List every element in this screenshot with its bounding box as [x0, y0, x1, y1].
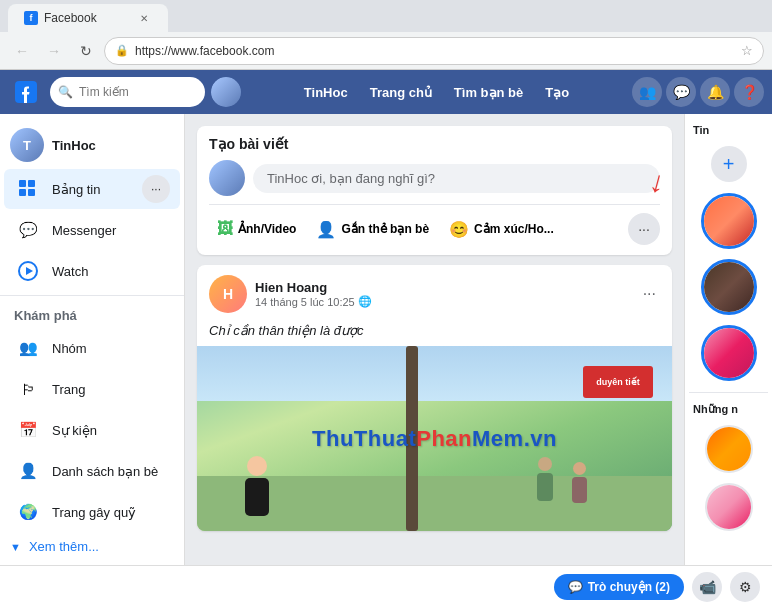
sidebar-item-nhom[interactable]: 👥 Nhóm: [4, 328, 180, 368]
feeling-label: Cảm xúc/Ho...: [474, 222, 554, 236]
browser-chrome: f Facebook ✕ ← → ↻ 🔒 https://www.faceboo…: [0, 0, 772, 70]
post-creator: Tạo bài viết TinHoc ơi, bạn đang nghĩ gì…: [197, 126, 672, 255]
notifications-icon-btn[interactable]: 🔔: [700, 77, 730, 107]
post-time: 14 tháng 5 lúc 10:25 🌐: [255, 295, 631, 308]
nhom-icon: 👥: [14, 334, 42, 362]
post-actions: 🖼 Ảnh/Video 👤 Gắn thẻ bạn bè 😊 Cảm xúc/H…: [209, 209, 660, 245]
sidebar-item-danhsachbanbe[interactable]: 👤 Danh sách bạn bè: [4, 451, 180, 491]
tab-favicon: f: [24, 11, 38, 25]
sidebar-user-avatar: T: [10, 128, 44, 162]
bottom-bar: 💬 Trò chuyện (2) 📹 ⚙: [0, 565, 772, 607]
video-chat-btn[interactable]: 📹: [692, 572, 722, 602]
sidebar-item-bangtinn[interactable]: Bảng tin ···: [4, 169, 180, 209]
sidebar-item-sukien[interactable]: 📅 Sự kiện: [4, 410, 180, 450]
svg-rect-1: [19, 180, 26, 187]
sidebar-messenger-label: Messenger: [52, 223, 116, 238]
post-placeholder[interactable]: TinHoc ơi, bạn đang nghĩ gì?: [253, 164, 660, 193]
search-box[interactable]: 🔍: [50, 77, 205, 107]
fb-nav: TinHoc Trang chủ Tìm bạn bè Tạo: [247, 77, 626, 108]
post-options-btn[interactable]: ···: [639, 281, 660, 307]
fb-logo: [8, 74, 44, 110]
tag-label: Gắn thẻ bạn bè: [341, 222, 429, 236]
photo-icon: 🖼: [217, 220, 233, 238]
story-avatar-2[interactable]: [701, 259, 757, 315]
sidebar-nhom-label: Nhóm: [52, 341, 87, 356]
left-sidebar: T TinHoc Bảng tin ··· 💬 Messenger Watch …: [0, 114, 185, 607]
right-divider: [689, 392, 768, 393]
sidebar-trang-label: Trang: [52, 382, 85, 397]
watermark-phan: Phan: [416, 426, 472, 451]
tag-friends-btn[interactable]: 👤 Gắn thẻ bạn bè: [308, 215, 437, 244]
browser-tab[interactable]: f Facebook ✕: [8, 4, 168, 32]
back-button[interactable]: ←: [8, 37, 36, 65]
sidebar-watch-label: Watch: [52, 264, 88, 279]
chat-label: Trò chuyện (2): [588, 580, 670, 594]
nav-trangchu[interactable]: Trang chủ: [360, 77, 442, 108]
photo-label: Ảnh/Video: [238, 222, 296, 236]
header-icons: 👥 💬 🔔 ❓: [632, 77, 764, 107]
bookmark-icon[interactable]: ☆: [741, 43, 753, 58]
chat-avatar-2[interactable]: [705, 483, 753, 531]
sidebar-see-more-label: Xem thêm...: [29, 539, 99, 554]
search-input[interactable]: [79, 85, 197, 99]
forward-button[interactable]: →: [40, 37, 68, 65]
sidebar-explore-title: Khám phá: [0, 300, 184, 327]
nav-timbanbe[interactable]: Tìm bạn bè: [444, 77, 533, 108]
sidebar-user[interactable]: T TinHoc: [0, 122, 184, 168]
user-profile-nav[interactable]: [211, 77, 241, 107]
fb-header: 🔍 TinHoc Trang chủ Tìm bạn bè Tạo 👥 💬 🔔 …: [0, 70, 772, 114]
watermark-thu: ThuThuat: [312, 426, 416, 451]
settings-btn[interactable]: ⚙: [730, 572, 760, 602]
svg-rect-3: [28, 180, 35, 187]
post-time-text: 14 tháng 5 lúc 10:25: [255, 296, 355, 308]
post-image: duyên tiết ThuTh: [197, 346, 672, 531]
chat-button[interactable]: 💬 Trò chuyện (2): [554, 574, 684, 600]
address-bar[interactable]: 🔒 https://www.facebook.com ☆: [104, 37, 764, 65]
watermark-mem: Mem: [472, 426, 524, 451]
sidebar-item-messenger[interactable]: 💬 Messenger: [4, 210, 180, 250]
sidebar-sukien-label: Sự kiện: [52, 423, 97, 438]
messenger-icon-btn[interactable]: 💬: [666, 77, 696, 107]
more-actions-btn[interactable]: ··· ↓: [628, 213, 660, 245]
sidebar-more-btn[interactable]: ···: [142, 175, 170, 203]
help-icon-btn[interactable]: ❓: [734, 77, 764, 107]
post-privacy-icon: 🌐: [358, 295, 372, 308]
nav-tao[interactable]: Tạo: [535, 77, 579, 108]
reload-button[interactable]: ↻: [72, 37, 100, 65]
add-story-btn[interactable]: +: [711, 146, 747, 182]
nav-tinhoc[interactable]: TinHoc: [294, 77, 358, 108]
chat-title: Những n: [689, 401, 768, 418]
feed-post: H Hien Hoang 14 tháng 5 lúc 10:25 🌐 ··· …: [197, 265, 672, 531]
post-author-avatar: H: [209, 275, 247, 313]
person-2: [537, 457, 553, 501]
sidebar-item-watch[interactable]: Watch: [4, 251, 180, 291]
feeling-btn[interactable]: 😊 Cảm xúc/Ho...: [441, 215, 562, 244]
tab-title: Facebook: [44, 11, 97, 25]
story-avatar-3[interactable]: [701, 325, 757, 381]
scene-sign: duyên tiết: [583, 366, 653, 398]
post-author-name: Hien Hoang: [255, 280, 631, 295]
friends-icon-btn[interactable]: 👥: [632, 77, 662, 107]
watermark-vn: .vn: [524, 426, 557, 451]
trang-icon: 🏳: [14, 375, 42, 403]
photo-video-btn[interactable]: 🖼 Ảnh/Video: [209, 215, 304, 243]
user-avatar: [211, 77, 241, 107]
sidebar-bangtinn-label: Bảng tin: [52, 182, 100, 197]
story-avatar-1[interactable]: [701, 193, 757, 249]
chat-avatar-1[interactable]: [705, 425, 753, 473]
post-text: Chỉ cần thân thiện là được: [197, 319, 672, 346]
watch-icon: [14, 257, 42, 285]
svg-marker-6: [26, 267, 33, 275]
creator-avatar: [209, 160, 245, 196]
sidebar-item-trangquygay[interactable]: 🌍 Trang gây quỹ: [4, 492, 180, 532]
sidebar-item-trang[interactable]: 🏳 Trang: [4, 369, 180, 409]
tag-icon: 👤: [316, 220, 336, 239]
post-meta: Hien Hoang 14 tháng 5 lúc 10:25 🌐: [255, 280, 631, 308]
settings-icon: ⚙: [739, 579, 752, 595]
story-img-2: [704, 262, 754, 312]
sidebar-see-more[interactable]: ▼ Xem thêm...: [0, 533, 184, 560]
traangquygay-icon: 🌍: [14, 498, 42, 526]
post-actions-container: 🖼 Ảnh/Video 👤 Gắn thẻ bạn bè 😊 Cảm xúc/H…: [209, 209, 660, 245]
person-2-head: [538, 457, 552, 471]
tab-close-btn[interactable]: ✕: [136, 10, 152, 26]
